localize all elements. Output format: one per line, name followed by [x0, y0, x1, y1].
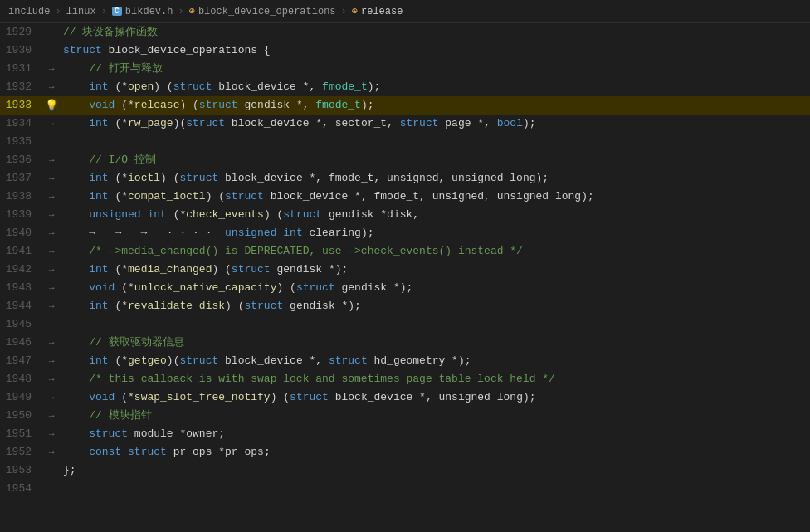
gutter-1934: → [43, 115, 60, 133]
code-line-1941: 1941 → /* ->media_changed() is DEPRECATE… [0, 242, 810, 261]
gutter-1951: → [43, 425, 60, 443]
gutter-1945 [43, 315, 60, 334]
line-num-1931: 1931 [0, 60, 43, 78]
breadcrumb-include[interactable]: include [8, 6, 50, 17]
breadcrumb-sep-3: › [178, 6, 183, 17]
line-num-1948: 1948 [0, 370, 43, 388]
code-line-1947: 1947 → int (*getgeo)(struct block_device… [0, 352, 810, 370]
arrow-1938: → [49, 192, 55, 202]
symbol-icon-1: ⊕ [189, 5, 195, 17]
line-num-1938: 1938 [0, 188, 43, 206]
code-line-1951: 1951 → struct module *owner; [0, 425, 810, 443]
code-line-1937: 1937 → int (*ioctl) (struct block_device… [0, 169, 810, 188]
gutter-1946: → [43, 334, 60, 352]
line-num-1933: 1933 [0, 96, 43, 115]
line-num-1949: 1949 [0, 388, 43, 407]
code-content-1949: void (*swap_slot_free_notify) (struct bl… [60, 388, 810, 407]
arrow-1950: → [49, 411, 55, 421]
code-line-1953: 1953 }; [0, 461, 810, 480]
gutter-1942: → [43, 261, 60, 279]
line-num-1930: 1930 [0, 41, 43, 60]
arrow-1948: → [49, 374, 55, 384]
code-line-1954: 1954 [0, 480, 810, 498]
code-line-1940: 1940 → → → → · · · · unsigned int cleari… [0, 224, 810, 242]
code-content-1948: /* this callback is with swap_lock and s… [60, 370, 810, 388]
code-content-1940: → → → · · · · unsigned int clearing); [60, 224, 810, 242]
code-line-1931: 1931 → // 打开与释放 [0, 60, 810, 78]
code-line-1950: 1950 → // 模块指针 [0, 407, 810, 425]
gutter-1940: → [43, 224, 60, 242]
bulb-icon-1933[interactable]: 💡 [45, 99, 58, 112]
code-content-1931: // 打开与释放 [60, 60, 810, 78]
breadcrumb-sep-1: › [55, 6, 61, 17]
line-num-1929: 1929 [0, 23, 43, 41]
code-content-1953: }; [60, 461, 810, 480]
c-file-icon: C [112, 7, 122, 16]
code-line-1945: 1945 [0, 315, 810, 334]
line-num-1942: 1942 [0, 261, 43, 279]
breadcrumb: include › linux › C blkdev.h › ⊕ block_d… [0, 0, 810, 23]
code-content-1954 [60, 480, 810, 498]
arrow-1941: → [49, 246, 55, 256]
gutter-1939: → [43, 206, 60, 224]
gutter-1930 [43, 41, 60, 60]
line-num-1932: 1932 [0, 78, 43, 96]
code-line-1929: 1929 // 块设备操作函数 [0, 23, 810, 41]
gutter-1935 [43, 133, 60, 151]
code-content-1934: int (*rw_page)(struct block_device *, se… [60, 115, 810, 133]
breadcrumb-release[interactable]: release [361, 6, 403, 17]
arrow-1940: → [49, 228, 55, 238]
line-num-1945: 1945 [0, 315, 43, 334]
gutter-1932: → [43, 78, 60, 96]
code-line-1938: 1938 → int (*compat_ioctl) (struct block… [0, 188, 810, 206]
code-content-1929: // 块设备操作函数 [60, 23, 810, 41]
code-content-1942: int (*media_changed) (struct gendisk *); [60, 261, 810, 279]
arrow-1936: → [49, 155, 55, 165]
code-content-1944: int (*revalidate_disk) (struct gendisk *… [60, 297, 810, 315]
line-num-1947: 1947 [0, 352, 43, 370]
line-num-1937: 1937 [0, 169, 43, 188]
gutter-1953 [43, 461, 60, 480]
gutter-1937: → [43, 169, 60, 188]
code-content-1935 [60, 133, 810, 151]
arrow-1949: → [49, 393, 55, 403]
code-content-1951: struct module *owner; [60, 425, 810, 443]
arrow-1952: → [49, 447, 55, 457]
code-line-1933: 1933 💡 void (*release) (struct gendisk *… [0, 96, 810, 115]
code-line-1939: 1939 → unsigned int (*check_events) (str… [0, 206, 810, 224]
breadcrumb-blkdev[interactable]: blkdev.h [125, 6, 173, 17]
line-num-1946: 1946 [0, 334, 43, 352]
breadcrumb-linux[interactable]: linux [66, 6, 96, 17]
code-line-1935: 1935 [0, 133, 810, 151]
line-num-1944: 1944 [0, 297, 43, 315]
gutter-1950: → [43, 407, 60, 425]
symbol-icon-2: ⊕ [352, 5, 358, 17]
gutter-1954 [43, 480, 60, 498]
line-num-1952: 1952 [0, 443, 43, 461]
arrow-1946: → [49, 338, 55, 348]
breadcrumb-sep-4: › [341, 6, 347, 17]
gutter-1933: 💡 [43, 96, 60, 115]
line-num-1939: 1939 [0, 206, 43, 224]
line-num-1954: 1954 [0, 480, 43, 498]
arrow-1944: → [49, 301, 55, 311]
line-num-1935: 1935 [0, 133, 43, 151]
code-content-1945 [60, 315, 810, 334]
code-content-1937: int (*ioctl) (struct block_device *, fmo… [60, 169, 810, 188]
gutter-1938: → [43, 188, 60, 206]
line-num-1950: 1950 [0, 407, 43, 425]
code-line-1932: 1932 → int (*open) (struct block_device … [0, 78, 810, 96]
gutter-1936: → [43, 151, 60, 169]
code-line-1943: 1943 → void (*unlock_native_capacity) (s… [0, 279, 810, 297]
gutter-1952: → [43, 443, 60, 461]
line-num-1943: 1943 [0, 279, 43, 297]
code-content-1938: int (*compat_ioctl) (struct block_device… [60, 188, 810, 206]
code-content-1939: unsigned int (*check_events) (struct gen… [60, 206, 810, 224]
arrow-1943: → [49, 283, 55, 293]
breadcrumb-struct[interactable]: block_device_operations [198, 6, 336, 17]
gutter-1943: → [43, 279, 60, 297]
arrow-1942: → [49, 265, 55, 275]
code-content-1950: // 模块指针 [60, 407, 810, 425]
arrow-1947: → [49, 356, 55, 366]
gutter-1944: → [43, 297, 60, 315]
